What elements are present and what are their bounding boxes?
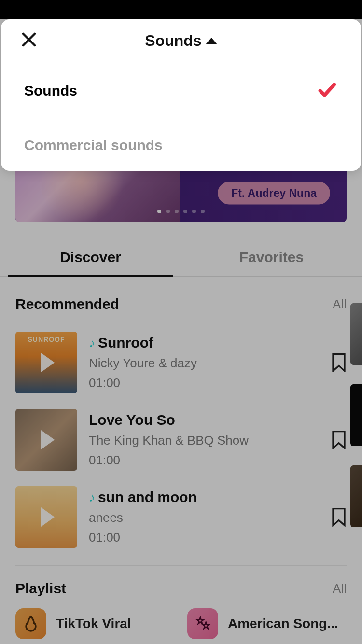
chevron-up-icon bbox=[206, 38, 217, 44]
sheet-header: Sounds bbox=[1, 19, 361, 62]
sheet-option-commercial[interactable]: Commercial sounds bbox=[1, 120, 361, 171]
sheet-title-text: Sounds bbox=[145, 32, 201, 50]
option-label: Commercial sounds bbox=[24, 137, 163, 154]
check-icon bbox=[317, 79, 338, 102]
option-label: Sounds bbox=[24, 83, 77, 99]
sounds-dropdown-sheet: Sounds Sounds Commercial sounds bbox=[1, 19, 361, 171]
sheet-title[interactable]: Sounds bbox=[145, 32, 217, 50]
sheet-option-sounds[interactable]: Sounds bbox=[1, 62, 361, 120]
close-icon[interactable] bbox=[20, 31, 38, 50]
